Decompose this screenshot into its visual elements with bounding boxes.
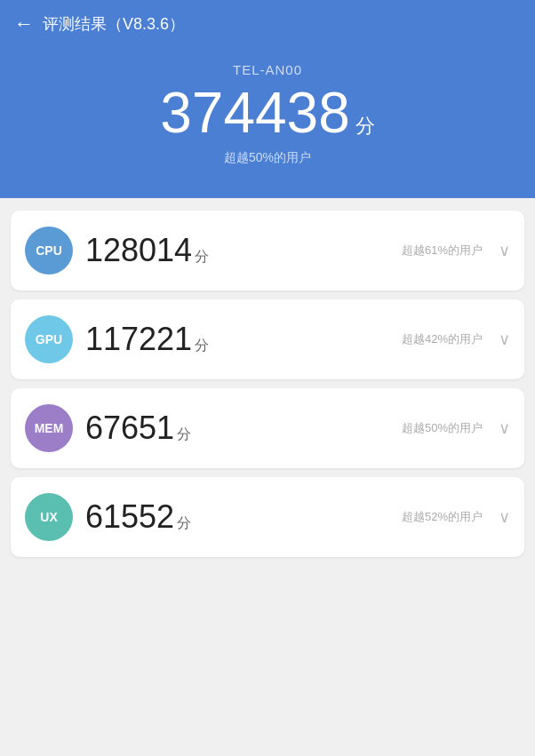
score-section: TEL-AN00 374438 分 超越50%的用户	[0, 46, 535, 198]
mem-content: 67651 分 超越50%的用户 ∨	[85, 410, 510, 447]
cpu-content: 128014 分 超越61%的用户 ∨	[85, 232, 510, 269]
mem-unit: 分	[177, 426, 191, 444]
score-card-ux[interactable]: UX 61552 分 超越52%的用户 ∨	[11, 477, 524, 557]
total-score-number: 374438	[160, 84, 350, 141]
cpu-score: 128014	[85, 232, 192, 269]
cpu-percentile: 超越61%的用户	[218, 243, 486, 259]
header-bar: ← 评测结果（V8.3.6）	[0, 0, 535, 46]
ux-content: 61552 分 超越52%的用户 ∨	[85, 498, 510, 536]
gpu-percentile: 超越42%的用户	[218, 331, 486, 347]
gpu-badge: GPU	[25, 315, 73, 363]
gpu-score-row: 117221 分	[85, 321, 209, 358]
gpu-unit: 分	[195, 337, 209, 355]
cpu-badge: CPU	[25, 227, 73, 275]
mem-percentile: 超越50%的用户	[200, 420, 486, 436]
total-score-unit: 分	[355, 113, 375, 139]
ux-score-row: 61552 分	[85, 498, 191, 536]
total-percentile: 超越50%的用户	[18, 150, 517, 166]
gpu-content: 117221 分 超越42%的用户 ∨	[85, 321, 510, 358]
gpu-score: 117221	[85, 321, 192, 358]
mem-chevron-icon: ∨	[499, 418, 510, 438]
ux-chevron-icon: ∨	[499, 507, 510, 527]
ux-unit: 分	[177, 514, 191, 533]
ux-percentile: 超越52%的用户	[200, 509, 486, 525]
gpu-chevron-icon: ∨	[499, 330, 510, 349]
back-button[interactable]: ←	[14, 12, 34, 36]
score-card-mem[interactable]: MEM 67651 分 超越50%的用户 ∨	[11, 388, 524, 468]
score-card-gpu[interactable]: GPU 117221 分 超越42%的用户 ∨	[11, 299, 524, 379]
score-card-cpu[interactable]: CPU 128014 分 超越61%的用户 ∨	[11, 211, 524, 290]
ux-badge: UX	[25, 493, 73, 541]
cpu-unit: 分	[195, 248, 209, 267]
cards-section: CPU 128014 分 超越61%的用户 ∨ GPU 117221 分 超越4…	[0, 198, 535, 569]
mem-score: 67651	[85, 410, 174, 447]
cpu-chevron-icon: ∨	[499, 241, 510, 260]
mem-badge: MEM	[25, 404, 73, 452]
total-score-row: 374438 分	[18, 84, 517, 141]
device-name: TEL-AN00	[18, 62, 517, 77]
page-title: 评测结果（V8.3.6）	[43, 13, 185, 35]
mem-score-row: 67651 分	[85, 410, 191, 447]
cpu-score-row: 128014 分	[85, 232, 209, 269]
ux-score: 61552	[85, 498, 174, 536]
